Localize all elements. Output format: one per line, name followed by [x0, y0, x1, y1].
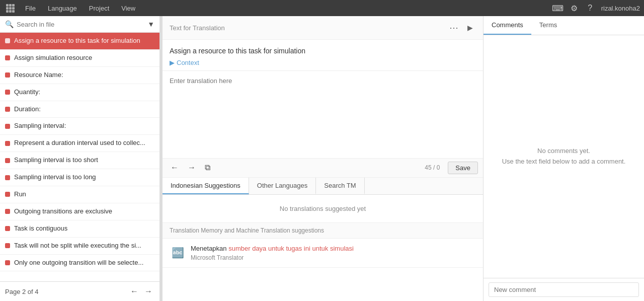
right-panel-tab[interactable]: Terms: [531, 16, 565, 35]
highlight-daya: daya: [252, 245, 266, 252]
right-panel-tab[interactable]: Comments: [484, 16, 531, 35]
status-dot: [5, 38, 10, 43]
filter-icon[interactable]: ▼: [147, 20, 154, 28]
svg-rect-3: [6, 7, 9, 10]
menu-project[interactable]: Project: [84, 3, 114, 14]
settings-icon[interactable]: ⚙: [569, 3, 579, 13]
sidebar-item-text: Represent a duration interval used to co…: [14, 139, 154, 147]
sidebar-item-text: Sampling interval is too short: [14, 156, 154, 165]
new-comment-input[interactable]: [489, 282, 639, 297]
sidebar-list-item[interactable]: Assign simulation resource: [0, 50, 159, 67]
context-link[interactable]: ▶ Context: [163, 55, 483, 70]
status-dot: [5, 72, 10, 78]
sidebar: 🔍 ▼ Assign a resource to this task for s…: [0, 16, 160, 301]
suggestion-source: Microsoft Translator: [191, 254, 476, 261]
svg-rect-1: [9, 4, 12, 7]
status-dot: [5, 192, 10, 197]
sidebar-list-item[interactable]: Outgoing transitions are exclusive: [0, 203, 159, 220]
search-input[interactable]: [17, 21, 144, 28]
expand-button[interactable]: ▶: [464, 23, 476, 33]
keyboard-icon[interactable]: ⌨: [553, 3, 563, 13]
status-dot: [5, 141, 10, 146]
right-tabs: CommentsTerms: [484, 16, 644, 35]
tm-header: Translation Memory and Machine Translati…: [163, 222, 483, 239]
sidebar-item-text: Duration:: [14, 105, 154, 114]
more-options-button[interactable]: ⋯: [446, 21, 461, 34]
context-arrow-icon: ▶: [170, 59, 175, 66]
sidebar-list-item[interactable]: Sampling interval:: [0, 118, 159, 135]
page-info: Page 2 of 4: [5, 288, 39, 295]
sidebar-list-item[interactable]: Sampling interval is too short: [0, 152, 159, 169]
menu-view[interactable]: View: [116, 3, 140, 14]
status-dot: [5, 209, 10, 214]
highlight-simulasi: simulasi: [330, 245, 354, 252]
status-dot: [5, 158, 10, 163]
status-dot: [5, 55, 10, 60]
prev-string-button[interactable]: ←: [168, 162, 182, 174]
sidebar-list-item[interactable]: Quantity:: [0, 84, 159, 101]
right-panel-content: No comments yet. Use the text field belo…: [484, 35, 644, 278]
svg-rect-8: [12, 10, 15, 13]
sidebar-item-text: Outgoing transitions are exclusive: [14, 207, 154, 216]
svg-rect-7: [9, 10, 12, 13]
sidebar-footer: Page 2 of 4 ← →: [0, 281, 159, 301]
sidebar-list-item[interactable]: Task is contiguous: [0, 220, 159, 238]
suggestion-tab[interactable]: Search TM: [316, 178, 364, 194]
prev-page-button[interactable]: ←: [128, 286, 140, 297]
new-comment-area: [484, 278, 644, 301]
suggestion-translation: Menetapkan sumber daya untuk tugas ini u…: [191, 245, 476, 252]
save-button[interactable]: Save: [448, 162, 478, 174]
status-dot: [5, 107, 10, 112]
sidebar-item-text: Sampling interval:: [14, 122, 154, 130]
next-page-button[interactable]: →: [142, 286, 154, 297]
suggestion-tab[interactable]: Indonesian Suggestions: [163, 178, 249, 194]
no-comments-subtext: Use the text field below to add a commen…: [502, 157, 626, 167]
sidebar-list-item[interactable]: Resource Name:: [0, 67, 159, 84]
sidebar-list-item[interactable]: Duration:: [0, 101, 159, 118]
sidebar-list-item[interactable]: Only one outgoing transition will be sel…: [0, 255, 159, 272]
sidebar-item-text: Assign a resource to this task for simul…: [14, 37, 154, 45]
search-bar: 🔍 ▼: [0, 16, 159, 33]
svg-rect-4: [9, 7, 12, 10]
no-suggestions-text: No translations suggested yet: [163, 195, 483, 222]
sidebar-item-text: Task will not be split while executing t…: [14, 242, 154, 250]
sidebar-list-item[interactable]: Sampling interval is too long: [0, 169, 159, 186]
translation-textarea[interactable]: [163, 71, 483, 158]
help-icon[interactable]: ?: [585, 3, 595, 13]
sidebar-list-item[interactable]: Run: [0, 186, 159, 203]
source-text: Assign a resource to this task for simul…: [163, 40, 483, 55]
right-panel: CommentsTerms No comments yet. Use the t…: [483, 16, 644, 301]
sidebar-list-item[interactable]: Assign a resource to this task for simul…: [0, 33, 159, 50]
suggestion-tab[interactable]: Other Languages: [249, 178, 316, 194]
svg-rect-0: [6, 4, 9, 7]
char-count: 45 / 0: [425, 164, 440, 171]
center-panel: Text for Translation ⋯ ▶ Assign a resour…: [163, 16, 483, 301]
copy-source-button[interactable]: ⧉: [202, 162, 213, 174]
status-dot: [5, 260, 10, 265]
translation-header: Text for Translation ⋯ ▶: [163, 16, 483, 40]
no-comments-text: No comments yet.: [537, 146, 590, 157]
search-icon: 🔍: [5, 20, 14, 28]
translator-icon: 🔤: [170, 245, 186, 261]
svg-rect-2: [12, 4, 15, 7]
sidebar-list-item[interactable]: Represent a duration interval used to co…: [0, 135, 159, 152]
username: rizal.konoha2: [601, 5, 640, 12]
menu-language[interactable]: Language: [43, 3, 82, 14]
translation-header-title: Text for Translation: [170, 24, 446, 32]
suggestions-tabs: Indonesian SuggestionsOther LanguagesSea…: [163, 178, 483, 195]
grid-icon[interactable]: [4, 2, 16, 14]
header-actions: ⋯ ▶: [446, 21, 476, 34]
next-string-button[interactable]: →: [185, 162, 199, 174]
sidebar-item-text: Only one outgoing transition will be sel…: [14, 259, 154, 267]
menu-file[interactable]: File: [20, 3, 41, 14]
sidebar-list-item[interactable]: Task will not be split while executing t…: [0, 238, 159, 255]
status-dot: [5, 175, 10, 180]
sidebar-item-text: Sampling interval is too long: [14, 173, 154, 182]
status-dot: [5, 243, 10, 248]
highlight-sumber: sumber: [228, 245, 250, 252]
svg-rect-5: [12, 7, 15, 10]
sidebar-item-text: Resource Name:: [14, 71, 154, 80]
sidebar-item-text: Quantity:: [14, 88, 154, 97]
suggestion-item[interactable]: 🔤 Menetapkan sumber daya untuk tugas ini…: [163, 239, 483, 268]
tab-content: No translations suggested yet Translatio…: [163, 195, 483, 302]
